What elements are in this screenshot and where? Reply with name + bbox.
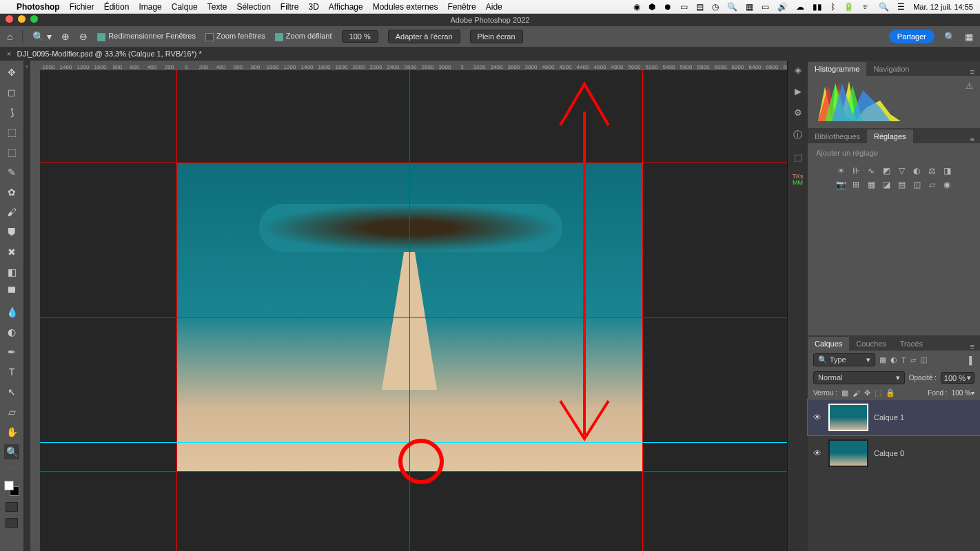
grid-icon[interactable]: ▦ — [746, 2, 753, 12]
volume-icon[interactable]: 🔊 — [777, 2, 788, 12]
clock-icon[interactable]: ◷ — [712, 2, 719, 12]
horizontal-ruler[interactable]: 1600140012001000800600400200020040060080… — [30, 61, 787, 70]
poster-icon[interactable]: ▤ — [895, 179, 908, 190]
layer-thumbnail[interactable] — [828, 404, 868, 431]
blur-tool[interactable]: 💧 — [4, 304, 19, 320]
color-swatch[interactable] — [4, 481, 19, 496]
filter-image-icon[interactable]: ▦ — [879, 355, 886, 364]
collapsed-panel-strip[interactable]: » — [23, 61, 30, 551]
screen-icon[interactable]: ▭ — [680, 2, 688, 12]
menubar-clock[interactable]: Mar. 12 juil. 14:55 — [913, 3, 973, 11]
menu-3d[interactable]: 3D — [309, 2, 319, 12]
marquee-tool[interactable]: ◻ — [4, 85, 19, 100]
record-icon[interactable]: ⏺ — [664, 2, 672, 12]
workspace-icon[interactable]: ▦ — [965, 32, 973, 42]
color-panel-icon[interactable]: ◈ — [795, 65, 802, 75]
brush-tool[interactable]: 🖌 — [4, 205, 19, 220]
menu-fichier[interactable]: Fichier — [70, 2, 94, 12]
lock-move-icon[interactable]: ✥ — [864, 388, 870, 397]
eraser-tool[interactable]: ◧ — [4, 264, 19, 280]
gradient-icon[interactable]: ▱ — [926, 179, 938, 190]
battery-icon[interactable]: 🔋 — [844, 2, 854, 12]
guide-horizontal[interactable] — [40, 317, 787, 318]
zoom-tool-icon[interactable]: 🔍 ▾ — [32, 31, 52, 42]
lock-brush-icon[interactable]: 🖌 — [853, 389, 860, 397]
screenmode-icon[interactable] — [6, 518, 18, 528]
fullscreen-window[interactable] — [30, 15, 38, 23]
info-panel-icon[interactable]: ⓘ — [793, 129, 802, 141]
canvas[interactable] — [40, 70, 787, 551]
binoculars-icon[interactable]: 🔍 — [727, 2, 737, 12]
filter-adjust-icon[interactable]: ◐ — [890, 355, 897, 364]
menu-modules[interactable]: Modules externes — [373, 2, 438, 12]
blend-mode-dropdown[interactable]: Normal▾ — [813, 371, 905, 384]
opt-redim[interactable]: Redimensionner Fenêtres — [97, 32, 196, 41]
vibrance-icon[interactable]: ▽ — [895, 165, 908, 176]
tab-traces[interactable]: Tracés — [893, 337, 930, 351]
document-tab[interactable]: × DJI_0095-Modifier.psd @ 33,3% (Calque … — [0, 47, 980, 61]
vertical-ruler[interactable] — [30, 70, 40, 551]
tab-bibliotheques[interactable]: Bibliothèques — [808, 129, 867, 143]
play-panel-icon[interactable]: ▶ — [795, 86, 802, 96]
panel-menu-icon[interactable]: ≡ — [965, 135, 980, 143]
selection-tool[interactable]: ⬚ — [4, 125, 19, 140]
levels-icon[interactable]: ⊪ — [850, 165, 862, 176]
home-button[interactable]: ⌂ — [7, 31, 12, 42]
menu-calque[interactable]: Calque — [172, 2, 198, 12]
menu-filtre[interactable]: Filtre — [280, 2, 299, 12]
status-icon[interactable]: ⬢ — [649, 2, 655, 12]
filter-text-icon[interactable]: T — [901, 356, 906, 364]
search-icon[interactable]: 🔍 — [879, 2, 889, 12]
opt-zoomfen[interactable]: Zoom fenêtres — [205, 32, 265, 41]
filter-type-dropdown[interactable]: 🔍 Type▾ — [813, 353, 875, 366]
lookup-icon[interactable]: ▦ — [865, 179, 877, 190]
flag-icon[interactable]: ▮▮ — [813, 2, 822, 12]
hue-icon[interactable]: ◐ — [910, 165, 923, 176]
crop-tool[interactable]: ⬚ — [4, 145, 19, 160]
close-tab-icon[interactable]: × — [7, 50, 11, 58]
tk-panel-icon[interactable]: TKsMM — [792, 174, 803, 186]
invert-icon[interactable]: ◪ — [880, 179, 892, 190]
zoom-tool[interactable]: 🔍 — [4, 444, 19, 459]
lock-all-icon[interactable]: 🔒 — [886, 388, 895, 397]
eyedropper-tool[interactable]: ✎ — [4, 165, 19, 180]
char-panel-icon[interactable]: ⬚ — [794, 152, 802, 163]
filter-toggle[interactable]: ▌ — [969, 356, 974, 364]
colorbalance-icon[interactable]: ⚖ — [926, 165, 938, 176]
menu-edition[interactable]: Édition — [104, 2, 130, 12]
shape-tool[interactable]: ▱ — [4, 404, 19, 419]
healing-tool[interactable]: ✿ — [4, 185, 19, 200]
tab-navigation[interactable]: Navigation — [866, 62, 916, 76]
lock-artboard-icon[interactable]: ⬚ — [875, 388, 881, 397]
status-icon[interactable]: ◉ — [633, 2, 640, 12]
curves-icon[interactable]: ∿ — [865, 165, 877, 176]
filter-smart-icon[interactable]: ◫ — [920, 355, 927, 364]
selective-icon[interactable]: ◉ — [941, 179, 953, 190]
minimize-window[interactable] — [18, 15, 25, 23]
zoom-out-icon[interactable]: ⊖ — [79, 31, 88, 42]
tab-calques[interactable]: Calques — [808, 337, 849, 351]
dodge-tool[interactable]: ◐ — [4, 324, 19, 340]
tab-reglages[interactable]: Réglages — [867, 129, 912, 143]
move-tool[interactable]: ✥ — [4, 65, 19, 80]
guide-vertical[interactable] — [409, 70, 410, 551]
guide-vertical[interactable] — [642, 70, 643, 551]
lasso-tool[interactable]: ⟆ — [4, 105, 19, 120]
zoom-in-icon[interactable]: ⊕ — [61, 31, 70, 42]
bw-icon[interactable]: ◨ — [941, 165, 953, 176]
menu-affichage[interactable]: Affichage — [329, 2, 363, 12]
layer-name[interactable]: Calque 1 — [874, 413, 904, 422]
zoom-pct[interactable]: 100 % — [342, 30, 378, 43]
adjust-icon[interactable]: ⚙ — [794, 107, 802, 118]
wifi-icon[interactable]: ᯤ — [862, 2, 870, 12]
opacity-value[interactable]: 100 %▾ — [941, 372, 974, 384]
clipboard-icon[interactable]: ▤ — [696, 2, 704, 12]
fullscreen-button[interactable]: Plein écran — [470, 30, 523, 43]
guide-horizontal[interactable] — [40, 163, 787, 163]
menu-selection[interactable]: Sélection — [236, 2, 270, 12]
control-center-icon[interactable]: ☰ — [897, 2, 905, 12]
layer-row[interactable]: 👁 Calque 1 — [808, 399, 980, 435]
visibility-icon[interactable]: 👁 — [813, 448, 823, 458]
fit-screen-button[interactable]: Adapter à l'écran — [388, 30, 460, 43]
display-icon[interactable]: ▭ — [762, 2, 769, 12]
